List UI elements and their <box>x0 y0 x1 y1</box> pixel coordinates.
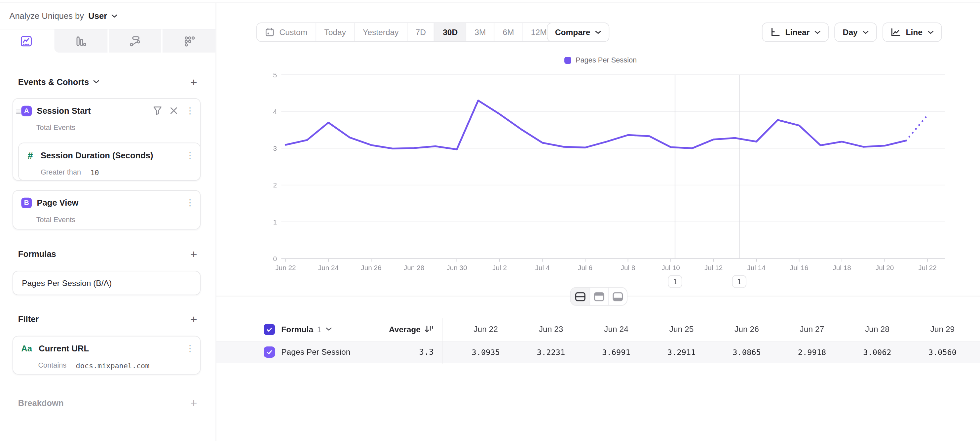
svg-text:1: 1 <box>673 278 677 286</box>
date-columns-values: 3.09353.22313.69913.29113.08652.99183.00… <box>453 341 975 363</box>
y-axis-label: 4 <box>273 108 277 115</box>
frozen-column-divider <box>442 318 442 364</box>
tab-insights[interactable] <box>0 29 53 53</box>
table-column-header[interactable]: Jun 27 <box>780 318 845 341</box>
event-subtype[interactable]: Total Events <box>37 216 76 223</box>
event-subtype[interactable]: Total Events <box>37 124 76 132</box>
analyze-by-value[interactable]: User <box>88 11 107 21</box>
event-card-session-start[interactable]: A Session Start ⋮ Total Events # Session… <box>13 98 200 181</box>
more-options-icon[interactable]: ⋮ <box>186 107 194 115</box>
x-axis-label: Jul 8 <box>621 264 635 271</box>
range-today[interactable]: Today <box>315 23 354 41</box>
range-yesterday[interactable]: Yesterday <box>354 23 407 41</box>
scale-button[interactable]: Linear <box>762 22 829 42</box>
property-name[interactable]: Session Duration (Seconds) <box>41 150 153 160</box>
table-column-header[interactable]: Jun 23 <box>519 318 584 341</box>
line-chart-icon <box>891 27 901 37</box>
analyze-by-bar[interactable]: Analyze Uniques by User <box>0 3 216 29</box>
table-cell-value: 3.0935 <box>453 341 518 363</box>
add-breakdown-button[interactable]: + <box>188 397 199 408</box>
annotation-marker[interactable]: 1 <box>668 275 682 288</box>
more-options-icon[interactable]: ⋮ <box>186 344 194 352</box>
average-column-header[interactable]: Average <box>389 325 434 334</box>
analyze-by-label: Analyze Uniques by <box>9 11 84 21</box>
split-view-button[interactable] <box>571 288 589 305</box>
tab-flows[interactable] <box>108 29 161 53</box>
tab-funnels[interactable] <box>54 29 107 53</box>
interval-button[interactable]: Day <box>835 22 877 42</box>
split-view-icon <box>574 291 585 301</box>
table-column-header[interactable]: Jun 25 <box>649 318 714 341</box>
property-condition[interactable]: Greater than <box>41 168 81 177</box>
insights-chart-icon <box>21 35 32 47</box>
x-axis-label: Jul 18 <box>833 264 851 271</box>
view-toggle-group <box>570 287 627 306</box>
chart-type-button[interactable]: Line <box>883 22 942 42</box>
more-options-icon[interactable]: ⋮ <box>186 151 194 159</box>
x-axis-label: Jul 6 <box>578 264 592 271</box>
filter-property-name[interactable]: Current URL <box>39 344 89 353</box>
flows-icon <box>129 35 140 47</box>
table-column-header[interactable]: Jun 28 <box>845 318 910 341</box>
formulas-header: Formulas + <box>18 248 200 260</box>
add-event-button[interactable]: + <box>188 76 199 88</box>
remove-icon[interactable] <box>170 107 178 115</box>
event-card-page-view[interactable]: B Page View ⋮ Total Events <box>13 190 200 229</box>
chart-controls: Linear Day Line <box>762 22 942 42</box>
property-condition-value[interactable]: 10 <box>90 168 99 177</box>
chart-top-view-icon <box>594 291 605 301</box>
line-chart: 543210Jun 22Jun 24Jun 26Jun 28Jun 30Jul … <box>216 3 980 441</box>
formula-card[interactable]: Pages Per Session (B/A) <box>13 271 200 295</box>
chevron-down-icon <box>595 30 601 34</box>
x-axis-label: Jul 16 <box>790 264 808 271</box>
table-column-header[interactable]: Jun 26 <box>714 318 779 341</box>
row-average-value: 3.3 <box>419 347 433 357</box>
x-axis-label: Jun 28 <box>404 264 424 271</box>
calendar-icon <box>265 27 274 37</box>
table-row[interactable]: Pages Per Session 3.3 3.09353.22313.6991… <box>216 341 980 363</box>
drag-handle-icon[interactable] <box>16 109 21 113</box>
more-options-icon[interactable]: ⋮ <box>186 198 194 207</box>
property-card-session-duration[interactable]: # Session Duration (Seconds) ⋮ Greater t… <box>18 142 200 180</box>
select-all-checkbox[interactable] <box>264 324 275 335</box>
funnels-bars-icon <box>75 35 86 47</box>
add-filter-button[interactable]: + <box>188 314 199 325</box>
range-custom[interactable]: Custom <box>257 23 315 41</box>
x-axis-label: Jun 30 <box>446 264 467 271</box>
chart-only-view-button[interactable] <box>589 288 608 305</box>
annotation-marker[interactable]: 1 <box>732 275 746 288</box>
x-axis-label: Jun 22 <box>275 264 296 271</box>
filter-condition[interactable]: Contains <box>38 361 67 370</box>
filter-funnel-icon[interactable] <box>153 107 162 115</box>
range-30d[interactable]: 30D <box>434 23 466 41</box>
event-name[interactable]: Page View <box>37 198 79 207</box>
x-axis-label: Jul 22 <box>918 264 937 271</box>
filter-title: Filter <box>18 314 39 324</box>
filter-condition-value[interactable]: docs.mixpanel.com <box>76 361 150 370</box>
compare-button[interactable]: Compare <box>547 22 609 42</box>
add-formula-button[interactable]: + <box>188 248 199 260</box>
range-6m[interactable]: 6M <box>494 23 522 41</box>
chevron-down-icon <box>863 30 869 34</box>
x-axis-label: Jul 4 <box>535 264 550 271</box>
event-name[interactable]: Session Start <box>37 106 91 115</box>
tab-retention[interactable] <box>162 29 215 53</box>
date-columns-header: Jun 22Jun 23Jun 24Jun 25Jun 26Jun 27Jun … <box>453 318 975 341</box>
table-column-header[interactable]: Jun 24 <box>584 318 649 341</box>
row-checkbox[interactable] <box>264 347 275 358</box>
legend-item-pages-per-session[interactable]: Pages Per Session <box>564 56 637 64</box>
metric-group-dropdown[interactable]: Formula 1 <box>281 325 331 334</box>
sort-descending-icon <box>424 325 433 334</box>
table-column-header[interactable]: Jun 29 <box>910 318 975 341</box>
table-cell-value: 3.2231 <box>519 341 584 363</box>
x-axis-label: Jul 12 <box>705 264 723 271</box>
filter-card-current-url[interactable]: Aa Current URL ⋮ Contains docs.mixpanel.… <box>13 336 200 374</box>
events-cohorts-title[interactable]: Events & Cohorts <box>18 77 99 87</box>
y-axis-label: 1 <box>273 218 277 226</box>
range-7d[interactable]: 7D <box>407 23 434 41</box>
table-column-header[interactable]: Jun 22 <box>453 318 518 341</box>
string-property-icon: Aa <box>21 344 34 353</box>
range-3m[interactable]: 3M <box>466 23 494 41</box>
formula-name[interactable]: Pages Per Session (B/A) <box>22 279 112 288</box>
table-only-view-button[interactable] <box>608 288 627 305</box>
